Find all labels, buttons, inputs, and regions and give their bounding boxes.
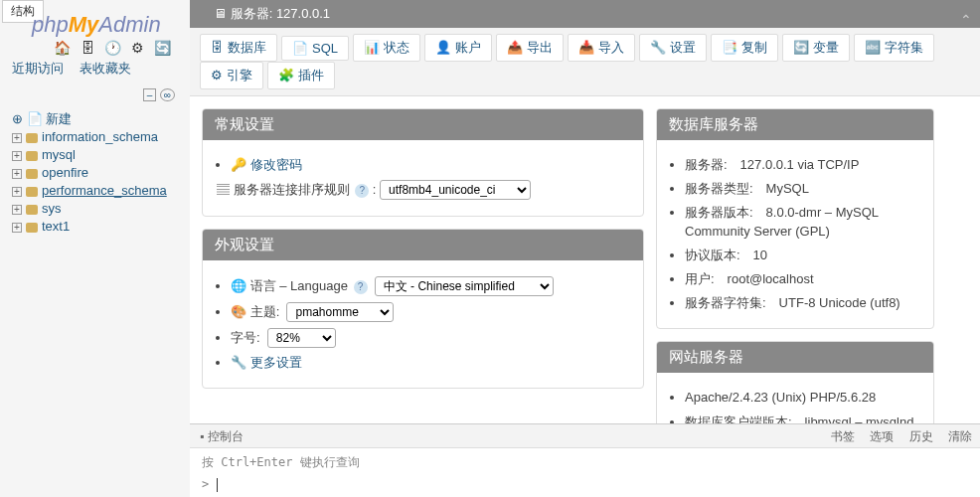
console-history[interactable]: 历史 (909, 429, 933, 443)
globe-icon: 🌐 (231, 278, 246, 293)
console-icon: ▪ (200, 429, 204, 443)
db-item-selected[interactable]: +performance_schema (4, 182, 183, 200)
toolbar-字符集[interactable]: 🔤字符集 (854, 34, 934, 62)
new-database[interactable]: ⊕ 📄 新建 (4, 110, 183, 128)
logo-toolbar[interactable]: 🏠 🗄 🕐 ⚙ 🔄 (54, 40, 174, 56)
list-item: Apache/2.4.23 (Unix) PHP/5.6.28 (685, 389, 919, 407)
toolbar-插件[interactable]: 🧩插件 (267, 62, 335, 89)
close-icon[interactable]: ⌃ (960, 6, 972, 34)
change-password-link[interactable]: 修改密码 (250, 157, 302, 172)
toolbar-设置[interactable]: 🔧设置 (639, 34, 707, 62)
list-item: 协议版本: 10 (685, 247, 919, 264)
db-item[interactable]: +openfire (4, 164, 183, 182)
toolbar-导入[interactable]: 📥导入 (568, 34, 635, 62)
db-item[interactable]: +information_schema (4, 128, 183, 146)
key-icon: 🔑 (231, 157, 246, 172)
collation-icon: ▤ (217, 182, 230, 197)
panel-title: 网站服务器 (657, 342, 933, 373)
help-icon[interactable]: ? (355, 184, 369, 198)
wrench-icon: 🔧 (231, 355, 246, 370)
list-item: 服务器类型: MySQL (685, 180, 919, 198)
server-icon: 🖥 (214, 6, 227, 21)
language-label: 语言 – Language (250, 278, 348, 293)
theme-label: 主题: (250, 304, 280, 319)
collation-label: 服务器连接排序规则 (234, 182, 350, 197)
db-item[interactable]: +text1 (4, 218, 183, 236)
list-item: 用户: root@localhost (685, 270, 919, 288)
panel-title: 数据库服务器 (657, 109, 933, 140)
appearance-panel: 外观设置 🌐 语言 – Language ? 中文 - Chinese simp… (202, 229, 644, 389)
breadcrumb: 🖥 服务器: 127.0.0.1 ⌃ (190, 0, 980, 28)
top-toolbar: 🗄数据库📄SQL📊状态👤账户📤导出📥导入🔧设置📑复制🔄变量🔤字符集⚙引擎🧩插件 (190, 28, 980, 96)
console-bookmarks[interactable]: 书签 (831, 429, 855, 443)
list-item: 服务器版本: 8.0.0-dmr – MySQL Community Serve… (685, 204, 919, 240)
database-tree: – ∞ ⊕ 📄 新建 +information_schema +mysql +o… (4, 85, 183, 236)
phpmyadmin-logo: phpMyAdmin (32, 12, 161, 38)
more-settings-link[interactable]: 更多设置 (250, 355, 302, 370)
favorites-tab[interactable]: 表收藏夹 (80, 61, 131, 76)
language-select[interactable]: 中文 - Chinese simplified (375, 276, 554, 296)
panel-title: 外观设置 (203, 230, 643, 260)
console-panel: ▪ 控制台 书签 选项 历史 清除 按 Ctrl+Enter 键执行查询 > (190, 423, 980, 497)
fontsize-select[interactable]: 82% (267, 328, 336, 348)
console-title[interactable]: 控制台 (208, 429, 244, 443)
font-label: 字号: (231, 330, 260, 345)
help-icon[interactable]: ? (354, 280, 368, 294)
toolbar-复制[interactable]: 📑复制 (711, 34, 778, 62)
panel-title: 常规设置 (203, 109, 643, 140)
toolbar-账户[interactable]: 👤账户 (424, 34, 492, 62)
recent-tab[interactable]: 近期访问 (12, 61, 64, 76)
console-input[interactable]: 按 Ctrl+Enter 键执行查询 > (190, 448, 980, 497)
toolbar-导出[interactable]: 📤导出 (496, 34, 564, 62)
tree-collapse-icon[interactable]: – (143, 88, 157, 101)
db-item[interactable]: +sys (4, 200, 183, 218)
theme-icon: 🎨 (231, 304, 246, 319)
db-item[interactable]: +mysql (4, 146, 183, 164)
toolbar-数据库[interactable]: 🗄数据库 (200, 34, 277, 62)
general-settings-panel: 常规设置 🔑 修改密码 ▤ 服务器连接排序规则 ? : utf8mb4_unic… (202, 108, 644, 217)
console-options[interactable]: 选项 (870, 429, 894, 443)
toolbar-SQL[interactable]: 📄SQL (281, 36, 349, 61)
toolbar-变量[interactable]: 🔄变量 (782, 34, 850, 62)
console-clear[interactable]: 清除 (948, 429, 972, 443)
theme-select[interactable]: pmahomme (286, 302, 394, 322)
toolbar-引擎[interactable]: ⚙引擎 (200, 62, 263, 89)
list-item: 服务器: 127.0.0.1 via TCP/IP (685, 156, 919, 174)
db-server-panel: 数据库服务器 服务器: 127.0.0.1 via TCP/IP服务器类型: M… (656, 108, 934, 329)
tree-filter-icon[interactable]: ∞ (160, 88, 175, 101)
collation-select[interactable]: utf8mb4_unicode_ci (380, 180, 531, 200)
toolbar-状态[interactable]: 📊状态 (353, 34, 420, 62)
list-item: 服务器字符集: UTF-8 Unicode (utf8) (685, 294, 919, 312)
